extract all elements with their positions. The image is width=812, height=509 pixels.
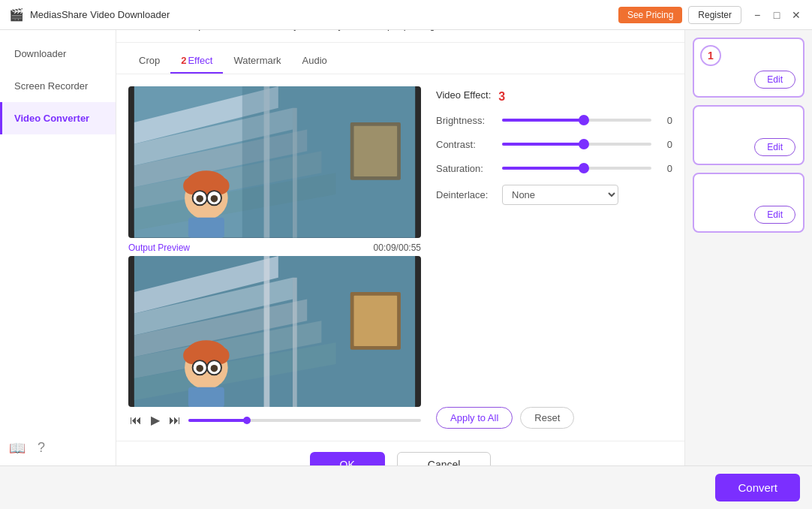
title-bar-actions: See Pricing Register [618, 6, 741, 24]
effects-step-label: 3 [498, 90, 505, 104]
right-card-2: Edit [693, 105, 804, 165]
svg-rect-31 [354, 295, 398, 345]
help-icon[interactable]: ? [38, 440, 45, 456]
video-preview-top [128, 86, 421, 238]
tab-effect[interactable]: 2Effect [170, 49, 223, 74]
dialog-tabs: Crop 2Effect Watermark Audio [116, 43, 684, 74]
sidebar-item-screen-recorder[interactable]: Screen Recorder [0, 70, 116, 102]
dialog: CGI Animated Spot Geoff Short Film by As… [116, 30, 684, 465]
app-body: Downloader Screen Recorder Video Convert… [0, 30, 812, 465]
output-preview-label: Output Preview [128, 242, 190, 253]
cancel-button[interactable]: Cancel [397, 452, 492, 465]
video-preview-bottom [128, 256, 421, 408]
brightness-label: Brightness: [436, 115, 496, 126]
progress-bar[interactable] [188, 419, 421, 422]
see-pricing-button[interactable]: See Pricing [618, 7, 682, 23]
video-timestamp: 00:09/00:55 [374, 242, 421, 253]
video-area: Output Preview 00:09/00:55 [128, 86, 421, 429]
svg-rect-20 [188, 218, 224, 238]
contrast-value: 0 [657, 139, 672, 150]
dialog-title-bar: CGI Animated Spot Geoff Short Film by As… [116, 30, 684, 43]
effects-panel: Video Effect: 3 Brightness: [436, 86, 672, 429]
step-forward-button[interactable]: ⏭ [167, 412, 182, 429]
dialog-close-button[interactable]: ✕ [661, 30, 672, 33]
saturation-value: 0 [657, 163, 672, 174]
book-icon[interactable]: 📖 [9, 440, 26, 456]
maximize-button[interactable]: □ [770, 8, 783, 22]
apply-to-all-button[interactable]: Apply to All [436, 407, 513, 429]
tab-watermark[interactable]: Watermark [223, 49, 291, 74]
sidebar-item-downloader[interactable]: Downloader [0, 38, 116, 70]
saturation-row: Saturation: 0 [436, 161, 672, 176]
deinterlace-row: Deinterlace: None Yadif Yadif2x [436, 185, 672, 205]
title-bar: 🎬 MediasShare Video Downloader See Prici… [0, 0, 812, 30]
contrast-label: Contrast: [436, 139, 496, 150]
main-content: CGI Animated Spot Geoff Short Film by As… [116, 30, 684, 465]
svg-point-38 [196, 364, 203, 372]
edit-button-3[interactable]: Edit [754, 206, 795, 224]
edit-button-2[interactable]: Edit [754, 138, 795, 156]
right-card-1: 1 Edit [693, 38, 804, 98]
svg-rect-29 [293, 277, 297, 407]
sidebar-item-video-converter[interactable]: Video Converter [0, 102, 116, 134]
video-scene-bottom [128, 256, 421, 408]
edit-button-1[interactable]: Edit [754, 71, 795, 89]
video-controls: ⏮ ▶ ⏭ [128, 407, 421, 429]
progress-fill [188, 419, 247, 422]
tab-audio-label: Audio [302, 55, 327, 66]
app-window: 🎬 MediasShare Video Downloader See Prici… [0, 0, 812, 509]
right-panel: 1 Edit Edit Edit [684, 30, 812, 465]
deinterlace-label: Deinterlace: [436, 189, 496, 200]
app-logo-icon: 🎬 [9, 8, 24, 23]
brightness-value: 0 [657, 115, 672, 126]
reset-button[interactable]: Reset [520, 407, 574, 429]
brightness-slider[interactable] [502, 113, 651, 128]
svg-rect-40 [188, 387, 224, 407]
svg-point-17 [196, 195, 203, 203]
dialog-title: CGI Animated Spot Geoff Short Film by As… [128, 30, 661, 31]
ok-button[interactable]: OK [310, 452, 385, 465]
tab-crop-label: Crop [139, 55, 160, 66]
svg-rect-21 [242, 86, 415, 238]
tab-effect-label: Effect [188, 55, 212, 66]
sidebar: Downloader Screen Recorder Video Convert… [0, 30, 116, 465]
effects-bottom-buttons: Apply to All Reset [436, 392, 672, 429]
dialog-overlay: CGI Animated Spot Geoff Short Film by As… [116, 30, 684, 465]
svg-point-18 [211, 195, 218, 203]
tab-effect-step: 2 [181, 55, 186, 66]
dialog-body: Output Preview 00:09/00:55 [116, 74, 684, 441]
sidebar-bottom: 📖 ? [0, 431, 116, 465]
video-scene-top [128, 86, 421, 238]
app-title: MediasShare Video Downloader [30, 9, 618, 20]
window-controls: − □ ✕ [750, 8, 803, 22]
saturation-slider[interactable] [502, 161, 651, 176]
tab-crop[interactable]: Crop [128, 49, 170, 74]
close-window-button[interactable]: ✕ [789, 8, 803, 22]
tab-audio[interactable]: Audio [292, 49, 338, 74]
effects-title: Video Effect: [436, 89, 491, 101]
contrast-slider[interactable] [502, 137, 651, 152]
bottom-bar: Convert [0, 465, 812, 509]
brightness-row: Brightness: 0 [436, 113, 672, 128]
svg-rect-28 [264, 256, 270, 408]
svg-point-39 [211, 364, 218, 372]
dialog-footer: OK Cancel [116, 441, 684, 465]
register-button[interactable]: Register [688, 6, 741, 24]
minimize-button[interactable]: − [750, 8, 764, 22]
right-card-3: Edit [693, 173, 804, 233]
saturation-label: Saturation: [436, 163, 496, 174]
convert-button[interactable]: Convert [715, 474, 800, 501]
rewind-button[interactable]: ⏮ [128, 412, 143, 429]
deinterlace-select[interactable]: None Yadif Yadif2x [502, 185, 618, 205]
contrast-row: Contrast: 0 [436, 137, 672, 152]
play-button[interactable]: ▶ [149, 411, 161, 429]
video-label-row: Output Preview 00:09/00:55 [128, 239, 421, 256]
progress-thumb [243, 417, 251, 424]
tab-watermark-label: Watermark [233, 55, 281, 66]
card-badge-1: 1 [700, 45, 721, 66]
